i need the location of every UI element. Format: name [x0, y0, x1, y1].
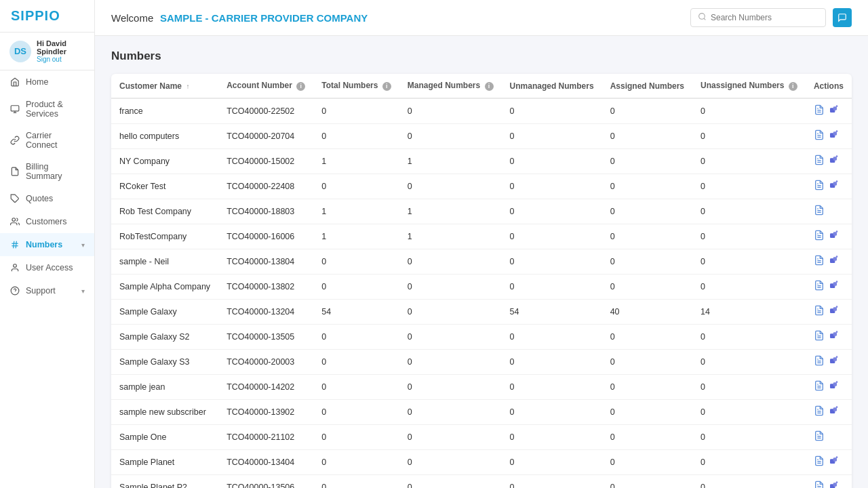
svg-rect-81 — [833, 458, 837, 461]
list-icon[interactable] — [814, 481, 825, 488]
teams-icon[interactable] — [829, 230, 840, 243]
cell-total: 0 — [313, 375, 399, 400]
cell-account-number: TCO40000-16006 — [218, 224, 313, 249]
search-input[interactable] — [711, 13, 818, 22]
header-title: Welcome SAMPLE - CARRIER PROVIDER COMPAN… — [111, 12, 368, 24]
cell-total: 0 — [313, 450, 399, 475]
teams-icon[interactable] — [829, 129, 840, 143]
unassigned-info-icon[interactable]: i — [789, 82, 797, 91]
sidebar-item-billing-summary[interactable]: Billing Summary — [0, 156, 94, 187]
teams-icon[interactable] — [829, 380, 840, 394]
list-icon[interactable] — [814, 355, 825, 369]
sidebar-item-support[interactable]: Support ▾ — [0, 279, 94, 302]
action-icons — [814, 180, 844, 193]
teams-icon[interactable] — [829, 255, 840, 268]
list-icon[interactable] — [814, 129, 825, 143]
logo-text: SIPPIO — [11, 8, 60, 23]
sidebar-item-customers[interactable]: Customers — [0, 210, 94, 233]
cell-customer-name: sample new subscriber — [111, 400, 218, 425]
cell-customer-name: Sample One — [111, 425, 218, 450]
action-icons — [814, 280, 844, 293]
action-icons — [814, 104, 844, 118]
svg-rect-27 — [833, 157, 837, 160]
svg-rect-86 — [833, 483, 837, 486]
list-icon[interactable] — [814, 180, 825, 193]
teams-icon[interactable] — [829, 305, 840, 319]
managed-numbers-info-icon[interactable]: i — [485, 82, 494, 91]
table-row: Sample Galaxy S2 TCO40000-13505 0 0 0 0 … — [111, 325, 852, 350]
list-icon[interactable] — [814, 380, 825, 394]
sidebar-item-quotes[interactable]: Quotes — [0, 187, 94, 210]
notification-icon[interactable] — [833, 8, 852, 27]
table-row: Sample Galaxy S3 TCO40000-20003 0 0 0 0 … — [111, 350, 852, 375]
account-number-info-icon[interactable]: i — [296, 82, 305, 91]
list-icon[interactable] — [814, 405, 825, 419]
list-icon[interactable] — [814, 205, 825, 218]
teams-icon[interactable] — [829, 455, 840, 469]
sign-out-link[interactable]: Sign out — [37, 56, 85, 63]
cell-unassigned: 0 — [692, 124, 806, 149]
sidebar-item-numbers[interactable]: Numbers ▾ — [0, 233, 94, 256]
teams-icon[interactable] — [829, 280, 840, 293]
sidebar-item-product-services[interactable]: Product & Services — [0, 94, 94, 125]
list-icon[interactable] — [814, 330, 825, 344]
list-icon[interactable] — [814, 430, 825, 444]
cell-actions — [806, 400, 852, 425]
cell-unmanaged: 0 — [502, 199, 602, 224]
teams-icon[interactable] — [829, 180, 840, 193]
sidebar-item-user-access[interactable]: User Access — [0, 256, 94, 279]
col-managed-numbers: Managed Numbers i — [399, 74, 502, 98]
sidebar-item-home[interactable]: Home — [0, 70, 94, 94]
cell-customer-name: sample jean — [111, 375, 218, 400]
cell-unmanaged: 0 — [502, 450, 602, 475]
teams-icon[interactable] — [829, 104, 840, 118]
sidebar-item-home-label: Home — [26, 77, 48, 87]
numbers-chevron-icon: ▾ — [81, 241, 85, 249]
col-customer-name[interactable]: Customer Name ↑ — [111, 74, 218, 98]
cell-unassigned: 0 — [692, 350, 806, 375]
list-icon[interactable] — [814, 155, 825, 168]
list-icon[interactable] — [814, 280, 825, 293]
list-icon[interactable] — [814, 255, 825, 268]
search-box[interactable] — [690, 8, 826, 27]
svg-point-75 — [836, 406, 838, 408]
sidebar-item-carrier-connect[interactable]: Carrier Connect — [0, 125, 94, 156]
teams-icon[interactable] — [829, 155, 840, 168]
list-icon[interactable] — [814, 455, 825, 469]
cell-unassigned: 0 — [692, 274, 806, 300]
cell-managed: 0 — [399, 124, 502, 149]
svg-line-8 — [16, 241, 16, 249]
cell-unmanaged: 0 — [502, 475, 602, 489]
teams-icon[interactable] — [829, 330, 840, 344]
user-section: DS Hi David Spindler Sign out — [0, 33, 94, 70]
svg-point-70 — [836, 381, 838, 383]
cell-account-number: TCO40000-18803 — [218, 199, 313, 224]
total-numbers-info-icon[interactable]: i — [382, 82, 391, 91]
logo: SIPPIO — [0, 0, 94, 33]
svg-rect-74 — [833, 407, 837, 411]
cell-unassigned: 0 — [692, 149, 806, 174]
list-icon[interactable] — [814, 230, 825, 243]
list-icon[interactable] — [814, 104, 825, 118]
user-access-icon — [9, 262, 20, 273]
cell-customer-name: hello computers — [111, 124, 218, 149]
cell-assigned: 40 — [602, 300, 692, 325]
cell-assigned: 0 — [602, 174, 692, 199]
cell-unassigned: 0 — [692, 400, 806, 425]
cell-actions — [806, 425, 852, 450]
teams-icon[interactable] — [829, 405, 840, 419]
cell-total: 0 — [313, 325, 399, 350]
cell-customer-name: Sample Galaxy S3 — [111, 350, 218, 375]
customers-icon — [9, 216, 20, 227]
cell-assigned: 0 — [602, 124, 692, 149]
svg-rect-49 — [833, 282, 837, 285]
cell-managed: 0 — [399, 350, 502, 375]
col-total-numbers: Total Numbers i — [313, 74, 399, 98]
teams-icon[interactable] — [829, 355, 840, 369]
cell-unassigned: 0 — [692, 450, 806, 475]
list-icon[interactable] — [814, 305, 825, 319]
action-icons — [814, 330, 844, 344]
sidebar-item-support-label: Support — [26, 286, 56, 296]
cell-unassigned: 0 — [692, 174, 806, 199]
teams-icon[interactable] — [829, 481, 840, 488]
